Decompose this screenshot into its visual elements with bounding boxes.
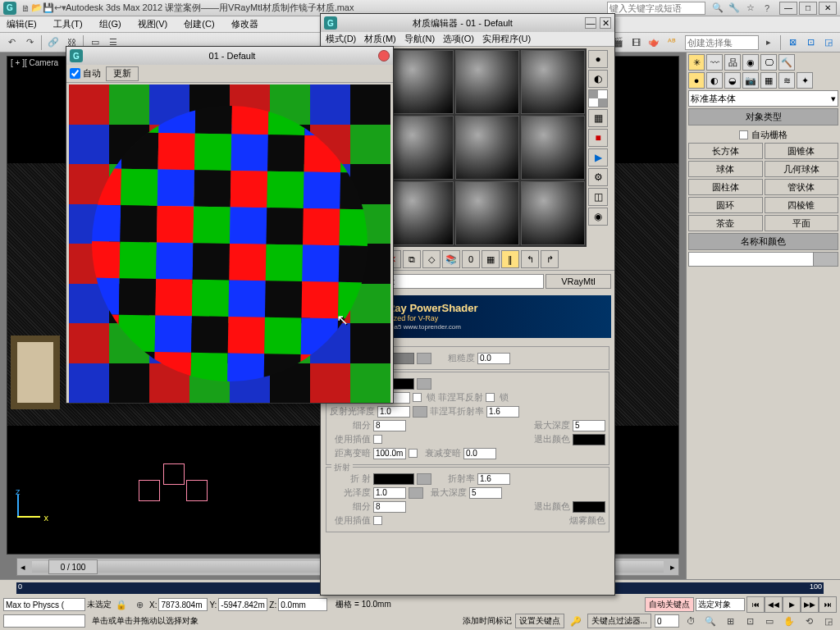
diffuse-map-slot[interactable] <box>417 353 431 364</box>
zoom-all-icon[interactable]: ⊞ <box>722 613 738 629</box>
category-dropdown[interactable]: 标准基本体▾ <box>688 90 838 107</box>
pan-icon[interactable]: ✋ <box>781 613 797 629</box>
preview-close-icon[interactable] <box>378 50 390 62</box>
open-icon[interactable]: 📂 <box>31 2 43 14</box>
ior-spinner[interactable] <box>477 473 510 485</box>
create-tab-icon[interactable]: ✳ <box>688 54 705 71</box>
btn-torus[interactable]: 圆环 <box>688 197 763 213</box>
cameras-icon[interactable]: 📷 <box>742 72 759 89</box>
orbit-icon[interactable]: ⟲ <box>801 613 817 629</box>
display-tab-icon[interactable]: 🖵 <box>760 54 777 71</box>
menu-edit[interactable]: 编辑(E) <box>3 16 40 32</box>
refl-gloss-map[interactable] <box>413 406 427 418</box>
save-icon[interactable]: 💾 <box>43 2 54 14</box>
refl-subdivs-spinner[interactable] <box>373 420 406 431</box>
sample-slot-2[interactable] <box>390 50 454 114</box>
helpers-icon[interactable]: ▦ <box>760 72 777 89</box>
sample-slot-3[interactable] <box>455 50 519 114</box>
background-icon[interactable] <box>588 89 608 107</box>
btn-tube[interactable]: 管状体 <box>765 179 839 195</box>
autokey-button[interactable]: 自动关键点 <box>645 597 694 612</box>
mat-menu-material[interactable]: 材质(M) <box>364 33 396 45</box>
prev-frame-icon[interactable]: ◀◀ <box>765 596 783 613</box>
refract-swatch[interactable] <box>373 473 414 485</box>
btn-geosphere[interactable]: 几何球体 <box>765 161 839 177</box>
menu-view[interactable]: 视图(V) <box>135 16 171 32</box>
roughness-spinner[interactable] <box>477 353 510 364</box>
lock-icon[interactable]: 🔒 <box>113 596 130 613</box>
time-slider-handle[interactable]: 0 / 100 <box>48 559 98 574</box>
close-button[interactable]: ✕ <box>819 2 837 15</box>
sample-slot[interactable] <box>521 181 585 245</box>
autogrid-checkbox[interactable] <box>739 130 748 139</box>
dim-fall-spinner[interactable] <box>463 448 496 459</box>
refl-exit-swatch[interactable] <box>573 434 605 445</box>
backlight-icon[interactable]: ◐ <box>588 70 608 88</box>
material-editor-minimize[interactable]: — <box>585 17 596 29</box>
binoculars-icon[interactable]: 🔍 <box>712 2 724 14</box>
region-zoom-icon[interactable]: ▭ <box>761 613 778 629</box>
refl-maxdepth-spinner[interactable] <box>573 420 605 431</box>
fresnel-check[interactable] <box>486 393 495 402</box>
update-button[interactable]: 更新 <box>106 66 139 81</box>
refl-interp-check[interactable] <box>373 435 382 444</box>
refr-maxdepth-spinner[interactable] <box>469 487 502 499</box>
new-icon[interactable]: 🗎 <box>20 2 31 14</box>
abc-icon[interactable]: ᴬᴮ <box>664 34 680 51</box>
select-by-mat-icon[interactable]: ◫ <box>588 188 608 206</box>
goto-start-icon[interactable]: ⏮ <box>746 596 765 613</box>
menu-create[interactable]: 创建(C) <box>180 16 217 32</box>
menu-group[interactable]: 组(G) <box>96 16 125 32</box>
add-time-tag[interactable]: 添加时间标记 <box>463 615 512 627</box>
auto-update-checkbox[interactable] <box>70 68 80 79</box>
nav-icon3[interactable]: ◲ <box>820 34 837 51</box>
btn-plane[interactable]: 平面 <box>765 215 839 231</box>
search-input[interactable] <box>607 2 705 15</box>
nav-icon2[interactable]: ⊡ <box>802 34 819 51</box>
material-editor-titlebar[interactable]: G 材质编辑器 - 01 - Default — ✕ <box>321 14 614 32</box>
dim-dist-spinner[interactable] <box>373 448 406 459</box>
maximize-viewport-icon[interactable]: ◲ <box>820 613 837 629</box>
coord-y[interactable] <box>218 598 267 611</box>
fresnel-ior-spinner[interactable] <box>486 406 519 418</box>
spacewarps-icon[interactable]: ≋ <box>778 72 795 89</box>
material-type-button[interactable]: VRayMtl <box>546 274 611 289</box>
preview-titlebar[interactable]: G 01 - Default <box>66 47 393 65</box>
mat-menu-options[interactable]: 选项(O) <box>443 33 474 45</box>
refr-exit-swatch[interactable] <box>573 501 605 513</box>
show-in-vp-icon[interactable]: ▦ <box>482 250 500 268</box>
lights-icon[interactable]: ◒ <box>724 72 741 89</box>
make-copy-icon[interactable]: ⧉ <box>403 250 421 268</box>
hierarchy-tab-icon[interactable]: 品 <box>724 54 741 71</box>
wrench-icon[interactable]: 🔧 <box>728 2 740 14</box>
mtl-map-nav-icon[interactable]: ◉ <box>588 208 608 226</box>
systems-icon[interactable]: ✦ <box>797 72 813 89</box>
material-editor-close[interactable]: ✕ <box>600 17 611 29</box>
put-to-lib-icon[interactable]: 📚 <box>442 250 460 268</box>
menu-tools[interactable]: 工具(T) <box>50 16 86 32</box>
utilities-tab-icon[interactable]: 🔨 <box>778 54 795 71</box>
color-swatch[interactable] <box>813 253 838 266</box>
refr-gloss-map[interactable] <box>409 487 423 499</box>
go-icon[interactable]: ▸ <box>760 34 777 51</box>
keyfilter-button[interactable]: 关键点过滤器... <box>587 614 651 628</box>
render-frame-icon[interactable]: 🎞 <box>628 34 644 51</box>
undo-dropdown-icon[interactable]: ↩▾ <box>54 2 66 14</box>
sample-slot[interactable] <box>390 181 454 245</box>
goto-end-icon[interactable]: ⏭ <box>819 596 837 613</box>
star-icon[interactable]: ☆ <box>745 2 756 14</box>
refr-gloss-spinner[interactable] <box>373 487 406 499</box>
selection-set-input[interactable] <box>685 35 759 50</box>
coord-z[interactable] <box>278 598 327 611</box>
btn-teapot[interactable]: 茶壶 <box>688 215 763 231</box>
show-end-result-icon[interactable]: ‖ <box>501 250 519 268</box>
sample-slot[interactable] <box>455 116 519 180</box>
crosshair-icon[interactable]: ⊕ <box>131 596 148 613</box>
maxscript-mini[interactable] <box>3 614 85 628</box>
mat-menu-nav[interactable]: 导航(N) <box>404 33 435 45</box>
sample-slot[interactable] <box>390 116 454 180</box>
btn-sphere[interactable]: 球体 <box>688 161 763 177</box>
video-check-icon[interactable]: ■ <box>588 129 608 147</box>
btn-box[interactable]: 长方体 <box>688 143 763 159</box>
key-mode[interactable] <box>696 598 745 611</box>
